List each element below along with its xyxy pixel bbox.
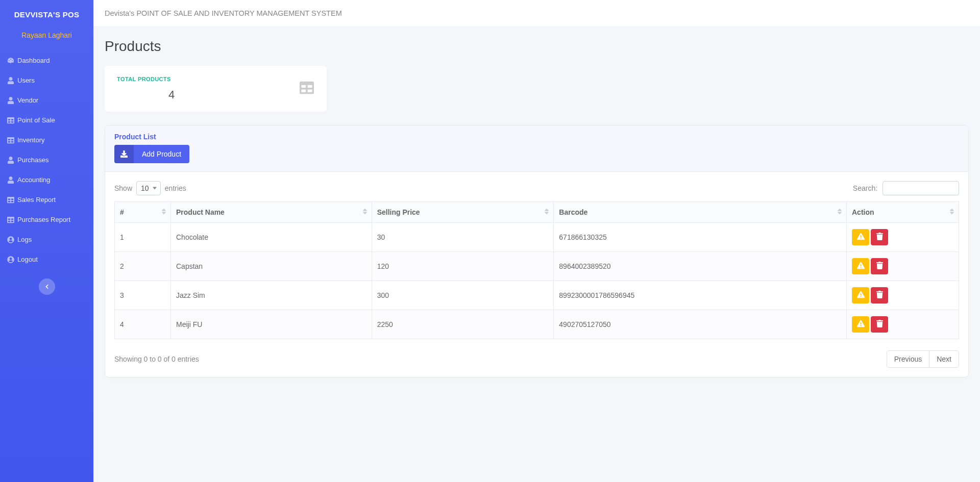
grid-icon <box>299 81 314 97</box>
user-circle-icon <box>7 236 14 243</box>
download-icon <box>114 145 134 163</box>
nav-label: Inventory <box>17 136 44 144</box>
user-icon <box>7 97 14 104</box>
sidebar-user-name[interactable]: Rayaan Laghari <box>0 29 93 45</box>
cell-selling-price: 300 <box>372 281 554 310</box>
nav-logs[interactable]: Logs <box>0 230 93 249</box>
nav-logout[interactable]: Logout <box>0 249 93 269</box>
edit-button[interactable] <box>852 229 869 245</box>
chevron-left-icon <box>44 284 50 289</box>
nav-accounting[interactable]: Accounting <box>0 170 93 190</box>
nav-pos[interactable]: Point of Sale <box>0 110 93 130</box>
add-product-button[interactable]: Add Product <box>114 145 189 163</box>
next-button[interactable]: Next <box>929 351 959 367</box>
col-product-name[interactable]: Product Name <box>171 202 372 223</box>
nav-purchases-report[interactable]: Purchases Report <box>0 210 93 230</box>
cell-action <box>847 252 959 281</box>
sort-icon <box>949 208 954 217</box>
cell-selling-price: 2250 <box>372 310 554 339</box>
stat-value: 4 <box>117 88 226 102</box>
table-icon <box>7 137 14 144</box>
sort-icon <box>837 208 842 217</box>
delete-button[interactable] <box>871 258 888 274</box>
cell-action <box>847 310 959 339</box>
search-control: Search: <box>853 181 959 195</box>
col-action[interactable]: Action <box>847 202 959 223</box>
sort-icon <box>544 208 549 217</box>
table-icon <box>7 216 14 223</box>
cell-barcode: 8992300001786596945 <box>554 281 847 310</box>
pagination: Previous Next <box>887 350 959 368</box>
table-info: Showing 0 to 0 of 0 entries <box>114 355 199 363</box>
trash-icon <box>876 291 884 300</box>
nav-label: Purchases <box>17 156 48 164</box>
prev-button[interactable]: Previous <box>887 351 929 367</box>
stat-card-total-products: TOTAL PRODUCTS 4 <box>105 66 327 112</box>
cell-product-name: Jazz Sim <box>171 281 372 310</box>
warning-icon <box>857 233 865 242</box>
warning-icon <box>857 320 865 329</box>
search-label: Search: <box>853 184 877 192</box>
cell-barcode: 8964002389520 <box>554 252 847 281</box>
nav-label: Users <box>17 77 35 84</box>
gauge-icon <box>7 57 14 64</box>
table-icon <box>7 196 14 204</box>
nav-label: Sales Report <box>17 196 56 204</box>
col-barcode[interactable]: Barcode <box>554 202 847 223</box>
table-row: 1Chocolate30671866130325 <box>115 223 959 252</box>
user-icon <box>7 176 14 184</box>
panel-title: Product List <box>114 133 959 141</box>
user-circle-icon <box>7 256 14 263</box>
edit-button[interactable] <box>852 287 869 303</box>
cell-barcode: 671866130325 <box>554 223 847 252</box>
trash-icon <box>876 262 884 271</box>
nav-label: Logs <box>17 236 32 243</box>
nav-label: Vendor <box>17 96 38 104</box>
warning-icon <box>857 291 865 300</box>
product-list-panel: Product List Add Product Show <box>105 125 969 377</box>
delete-button[interactable] <box>871 287 888 303</box>
nav-sales-report[interactable]: Sales Report <box>0 190 93 210</box>
col-index[interactable]: # <box>115 202 171 223</box>
sort-icon <box>362 208 368 217</box>
sort-icon <box>161 208 166 217</box>
nav-users[interactable]: Users <box>0 70 93 90</box>
col-selling-price[interactable]: Selling Price <box>372 202 554 223</box>
warning-icon <box>857 262 865 271</box>
delete-button[interactable] <box>871 316 888 333</box>
topbar-title: Devista's POINT OF SALE AND INVENTORY MA… <box>93 0 980 27</box>
nav-vendor[interactable]: Vendor <box>0 90 93 110</box>
cell-barcode: 4902705127050 <box>554 310 847 339</box>
show-label-pre: Show <box>114 184 132 192</box>
cell-product-name: Chocolate <box>171 223 372 252</box>
trash-icon <box>876 233 884 242</box>
nav-label: Point of Sale <box>17 116 55 124</box>
search-input[interactable] <box>883 181 959 195</box>
nav-label: Purchases Report <box>17 216 70 223</box>
user-icon <box>7 157 14 164</box>
nav-label: Accounting <box>17 176 50 184</box>
table-row: 2Capstan1208964002389520 <box>115 252 959 281</box>
cell-selling-price: 120 <box>372 252 554 281</box>
sidebar-collapse-button[interactable] <box>39 278 55 295</box>
table-row: 4Meiji FU22504902705127050 <box>115 310 959 339</box>
page-size-select[interactable]: 10 <box>136 181 161 195</box>
nav-dashboard[interactable]: Dashboard <box>0 50 93 70</box>
cell-index: 3 <box>115 281 171 310</box>
cell-index: 4 <box>115 310 171 339</box>
stat-label: TOTAL PRODUCTS <box>117 76 299 82</box>
user-icon <box>7 77 14 84</box>
sidebar-nav: Dashboard Users Vendor Point of Sale Inv… <box>0 50 93 269</box>
nav-inventory[interactable]: Inventory <box>0 130 93 150</box>
cell-action <box>847 281 959 310</box>
cell-product-name: Meiji FU <box>171 310 372 339</box>
show-label-post: entries <box>165 184 186 192</box>
delete-button[interactable] <box>871 229 888 245</box>
edit-button[interactable] <box>852 316 869 333</box>
page-title: Products <box>105 38 969 55</box>
cell-index: 2 <box>115 252 171 281</box>
trash-icon <box>876 320 884 329</box>
nav-label: Logout <box>17 256 38 263</box>
edit-button[interactable] <box>852 258 869 274</box>
nav-purchases[interactable]: Purchases <box>0 150 93 170</box>
